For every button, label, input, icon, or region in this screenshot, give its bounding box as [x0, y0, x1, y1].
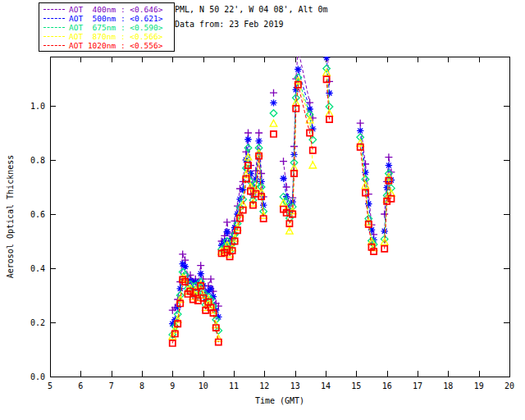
x-tick-label: 12: [259, 381, 269, 390]
markers-aot-400nm: [270, 89, 277, 97]
x-tick-label: 5: [48, 381, 52, 390]
axis-tick-labels: 5678910111213141516171819200.00.20.40.60…: [30, 102, 514, 390]
markers-aot-675nm: [270, 110, 277, 117]
legend-label-1020nm: AOT 1020nm : <0.556>: [69, 41, 162, 50]
axes: [50, 57, 510, 377]
legend-label-500nm: AOT 500nm : <0.621>: [69, 14, 162, 23]
x-tick-label: 16: [382, 381, 392, 390]
legend-dash-sample-675nm: [43, 27, 65, 28]
legend-dash-sample-400nm: [43, 9, 65, 10]
legend-item-1020nm: AOT 1020nm : <0.556>: [43, 41, 172, 50]
aot-time-series-plot: 5678910111213141516171819200.00.20.40.60…: [0, 0, 525, 420]
data-date: Data from: 23 Feb 2019: [175, 17, 328, 32]
chart-legend: AOT 400nm : <0.646> AOT 500nm : <0.621> …: [39, 2, 175, 52]
x-tick-label: 8: [139, 381, 144, 390]
legend-label-675nm: AOT 675nm : <0.590>: [69, 23, 162, 32]
legend-label-400nm: AOT 400nm : <0.646>: [69, 5, 162, 14]
x-tick-label: 9: [170, 381, 175, 390]
station-location: PML, N 50 22', W 04 08', Alt 0m: [175, 2, 328, 17]
series-aot-500nm: [169, 54, 395, 327]
station-info: PML, N 50 22', W 04 08', Alt 0m Data fro…: [175, 2, 328, 32]
x-tick-label: 17: [413, 381, 422, 390]
legend-item-400nm: AOT 400nm : <0.646>: [43, 5, 172, 14]
x-tick-label: 18: [443, 381, 453, 390]
markers-aot-1020nm: [271, 131, 276, 137]
legend-dash-sample-1020nm: [43, 45, 65, 46]
legend-item-675nm: AOT 675nm : <0.590>: [43, 23, 172, 32]
legend-label-870nm: AOT 870nm : <0.566>: [69, 32, 162, 41]
x-axis-title: Time (GMT): [255, 396, 304, 405]
legend-dash-sample-870nm: [43, 36, 65, 37]
markers-aot-1020nm: [324, 76, 333, 122]
y-tick-label: 0.4: [30, 264, 45, 273]
x-tick-label: 14: [321, 381, 331, 390]
chart-canvas: 5678910111213141516171819200.00.20.40.60…: [0, 0, 525, 420]
x-tick-label: 10: [199, 381, 208, 390]
x-tick-label: 13: [290, 381, 300, 390]
x-tick-label: 11: [229, 381, 239, 390]
y-tick-label: 0.0: [30, 372, 45, 381]
y-tick-label: 0.8: [30, 156, 45, 165]
legend-item-870nm: AOT 870nm : <0.566>: [43, 32, 172, 41]
y-axis-title: Aerosol Optical Thickness: [6, 155, 15, 279]
y-tick-label: 1.0: [30, 102, 45, 111]
markers-aot-500nm: [270, 99, 276, 106]
x-tick-label: 6: [78, 381, 83, 390]
y-tick-label: 0.2: [30, 318, 45, 327]
y-tick-label: 0.6: [30, 210, 45, 219]
x-tick-label: 7: [109, 381, 114, 390]
markers-aot-870nm: [270, 120, 277, 126]
legend-dash-sample-500nm: [43, 18, 65, 19]
x-tick-label: 19: [474, 381, 484, 390]
legend-item-500nm: AOT 500nm : <0.621>: [43, 14, 172, 23]
x-tick-label: 15: [351, 381, 361, 390]
x-tick-label: 20: [504, 381, 514, 390]
